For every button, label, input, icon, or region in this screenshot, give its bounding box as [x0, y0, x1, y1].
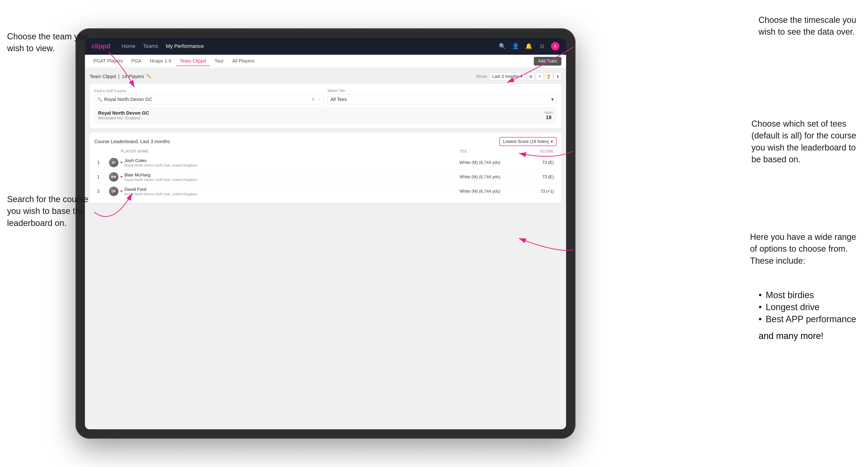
show-label: Show:	[476, 74, 488, 79]
player-name-1: Josh Coles	[125, 158, 460, 163]
annotation-mid-left: Search for the courseyou wish to base th…	[7, 193, 88, 229]
show-value: Last 3 months	[492, 74, 519, 79]
rank-3: 3	[97, 189, 109, 194]
star-icon[interactable]: ☆	[317, 97, 320, 102]
add-team-button[interactable]: Add Team	[534, 57, 561, 66]
table-row: 1 JC ♥ Josh Coles Royal North Devon Golf…	[94, 155, 557, 170]
tab-pgat-players[interactable]: PGAT Players	[90, 56, 127, 66]
app-logo: clippd	[92, 42, 110, 50]
app-navbar: clippd Home Teams My Performance 🔍 👤 🔔 ⊙…	[85, 38, 566, 55]
tab-team-clippd[interactable]: Team Clippd	[176, 56, 210, 66]
tab-tour[interactable]: Tour	[211, 56, 227, 66]
tab-all-players[interactable]: All Players	[228, 56, 258, 66]
show-dropdown[interactable]: Last 3 months ▾	[490, 73, 525, 80]
grid-view-icon[interactable]: ⊞	[527, 73, 534, 80]
annotation-mid-right: Choose which set of tees(default is all)…	[751, 118, 856, 165]
tab-pga[interactable]: PGA	[128, 56, 145, 66]
pipe-separator: |	[118, 74, 119, 79]
avatar-2: BM	[109, 172, 118, 182]
course-info: Royal North Devon GC Westward Ho!, Engla…	[98, 111, 149, 121]
bullet-item-2: Longest drive	[758, 302, 856, 312]
player-club-1: Royal North Devon Golf Club, United King…	[125, 163, 460, 167]
avatar-3: DF	[109, 187, 118, 196]
rank-2: 1	[97, 175, 109, 180]
tee-2: White (M) (6,744 yds)	[460, 175, 526, 180]
nav-teams[interactable]: Teams	[143, 43, 158, 49]
course-result: Royal North Devon GC Westward Ho!, Engla…	[94, 107, 557, 124]
tee-select-dropdown[interactable]: All Tees ▾	[328, 94, 557, 104]
lb-subtitle-text: Last 3 months	[140, 139, 170, 144]
course-search-input-wrap: 🔍 ✕ ☆	[94, 95, 323, 104]
nav-home[interactable]: Home	[121, 43, 135, 49]
leaderboard-table: PLAYER NAME TEE SCORE 1 JC ♥ Josh Coles	[94, 149, 557, 198]
tab-bar: PGAT Players PGA Hcaps 1-5 Team Clippd T…	[85, 55, 566, 68]
select-tee-group: Select Tee All Tees ▾	[328, 89, 557, 104]
annotation-bullets: Most birdies Longest drive Best APP perf…	[758, 290, 856, 341]
course-search-input[interactable]	[104, 97, 309, 102]
profile-icon[interactable]: 👤	[512, 42, 520, 51]
bullet-item-1: Most birdies	[758, 290, 856, 300]
annotation-bottom-right: Here you have a wide rangeof options to …	[750, 231, 856, 267]
avatar[interactable]: A	[551, 42, 559, 51]
list-view-icon[interactable]: ≡	[536, 73, 544, 80]
player-info-3: David Ford Royal North Devon Golf Club, …	[125, 187, 460, 196]
course-search-card: Find a Golf Course 🔍 ✕ ☆ Select Tee All …	[90, 84, 561, 129]
course-location: Westward Ho!, England	[98, 116, 149, 121]
bell-icon[interactable]: 🔔	[525, 42, 533, 51]
annotation-and-more: and many more!	[758, 331, 856, 341]
find-course-group: Find a Golf Course 🔍 ✕ ☆	[94, 89, 323, 104]
select-tee-label: Select Tee	[328, 89, 557, 93]
team-title: Team Clippd | 14 Players ✏️	[90, 74, 152, 79]
search-icon: 🔍	[97, 97, 102, 102]
annotation-top-right: Choose the timescale youwish to see the …	[758, 14, 856, 38]
table-headers: PLAYER NAME TEE SCORE	[94, 149, 557, 154]
course-name: Royal North Devon GC	[98, 111, 149, 116]
holes-label: Holes	[545, 111, 553, 115]
trophy-icon[interactable]: 🏆	[545, 73, 552, 80]
heart-icon-3: ♥	[120, 189, 123, 193]
team-header: Team Clippd | 14 Players ✏️ Show: Last 3…	[90, 73, 561, 80]
chevron-down-icon: ▾	[551, 139, 553, 144]
holes-number: 18	[545, 115, 553, 121]
tee-3: White (M) (6,744 yds)	[460, 189, 526, 194]
score-1: 72 (E)	[526, 160, 554, 165]
leaderboard-title: Course Leaderboard, Last 3 months	[94, 139, 170, 144]
chevron-down-icon: ▾	[551, 96, 554, 102]
download-icon[interactable]: ⬇	[554, 73, 561, 80]
rank-1: 1	[97, 160, 109, 165]
tee-1: White (M) (6,744 yds)	[460, 160, 526, 165]
settings-icon[interactable]: ⊙	[538, 42, 546, 51]
holes-badge: Holes 18	[545, 111, 553, 121]
find-course-label: Find a Golf Course	[94, 89, 323, 93]
score-type-dropdown[interactable]: Lowest Score (18 holes) ▾	[499, 137, 557, 146]
heart-icon-1: ♥	[120, 160, 123, 165]
clear-icon[interactable]: ✕	[311, 97, 315, 102]
player-info-2: Blair McHarg Royal North Devon Golf Club…	[125, 173, 460, 182]
player-info-1: Josh Coles Royal North Devon Golf Club, …	[125, 158, 460, 167]
player-name-3: David Ford	[125, 187, 460, 192]
col-player-name: PLAYER NAME	[121, 149, 460, 154]
chevron-down-icon: ▾	[520, 74, 522, 79]
tablet-frame: clippd Home Teams My Performance 🔍 👤 🔔 ⊙…	[75, 28, 576, 439]
table-row: 1 BM ♥ Blair McHarg Royal North Devon Go…	[94, 170, 557, 184]
score-3: 73 (+1)	[526, 189, 554, 194]
leaderboard-card: Course Leaderboard, Last 3 months Lowest…	[90, 132, 561, 203]
player-club-3: Royal North Devon Golf Club, United King…	[125, 192, 460, 196]
score-type-value: Lowest Score (18 holes)	[503, 139, 549, 144]
lb-title-text: Course Leaderboard,	[94, 139, 139, 144]
table-row: 3 DF ♥ David Ford Royal North Devon Golf…	[94, 184, 557, 198]
col-score: SCORE	[526, 149, 554, 154]
leaderboard-header: Course Leaderboard, Last 3 months Lowest…	[94, 137, 557, 146]
team-name: Team Clippd	[90, 74, 116, 79]
course-search-area: Find a Golf Course 🔍 ✕ ☆ Select Tee All …	[94, 89, 557, 104]
tablet-screen: clippd Home Teams My Performance 🔍 👤 🔔 ⊙…	[85, 38, 566, 429]
tab-hcaps[interactable]: Hcaps 1-5	[146, 56, 175, 66]
annotation-top-left: Choose the team youwish to view.	[7, 31, 88, 55]
nav-my-performance[interactable]: My Performance	[166, 43, 204, 49]
view-icons: ⊞ ≡ 🏆 ⬇	[527, 73, 561, 80]
score-2: 72 (E)	[526, 175, 554, 180]
bullet-item-3: Best APP performance	[758, 314, 856, 324]
edit-icon[interactable]: ✏️	[147, 74, 152, 79]
search-icon[interactable]: 🔍	[498, 42, 507, 51]
player-count: 14 Players	[122, 74, 144, 79]
